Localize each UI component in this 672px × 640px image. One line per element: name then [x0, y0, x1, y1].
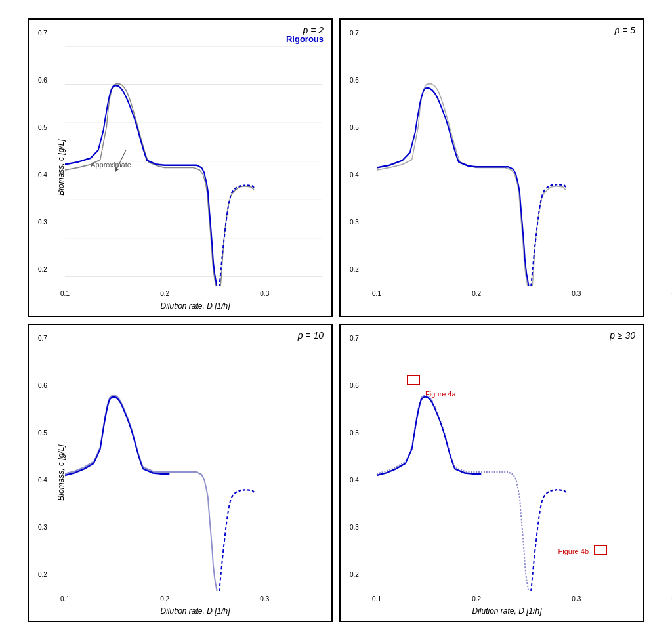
plot-area-p2: Approximate	[65, 46, 322, 286]
ytick-06: 0.6	[38, 77, 47, 84]
xtick-03: 0.3	[260, 290, 269, 297]
x-axis-label-p2: Dilution rate, D [1/h]	[161, 301, 230, 310]
ytick-04: 0.4	[38, 171, 47, 179]
y-axis-label-p10: Biomass, c [g/L]	[56, 444, 66, 500]
ytick-05: 0.5	[38, 124, 47, 131]
y-axis-label-p2: Biomass, c [g/L]	[56, 139, 66, 195]
plot-area-p30	[377, 351, 633, 591]
panel-p10: Biomass, c [g/L] 0.7 0.6 0.5 0.4 0.3 0.2…	[28, 324, 333, 622]
figure-container: Biomass, c [g/L] 0.7 0.6 0.5 0.4 0.3 0.2…	[21, 12, 651, 629]
ytick-07: 0.7	[38, 30, 47, 37]
rigorous-label: Rigorous	[286, 34, 324, 44]
approximate-label: Approximate	[91, 161, 131, 169]
panel-p5: 0.7 0.6 0.5 0.4 0.3 0.2 0.1 0.2 0.3 0.4 …	[339, 18, 644, 317]
xtick-01: 0.1	[60, 290, 70, 297]
panel-title-p30: p ≥ 30	[610, 330, 635, 341]
panel-title-p10: p = 10	[298, 330, 324, 341]
panel-p30: 0.7 0.6 0.5 0.4 0.3 0.2 0.1 0.2 0.3 0.4 …	[339, 324, 644, 622]
panel-p2: Biomass, c [g/L] 0.7 0.6 0.5 0.4 0.3 0.2…	[28, 18, 333, 317]
x-axis-label-p10: Dilution rate, D [1/h]	[161, 607, 230, 616]
ytick-03: 0.3	[38, 219, 47, 226]
plot-svg-p30	[377, 351, 633, 591]
xtick-02: 0.2	[160, 290, 169, 297]
plot-area-p10	[65, 351, 322, 591]
plot-svg-p10	[65, 351, 322, 591]
panel-title-p5: p = 5	[614, 25, 635, 35]
plot-area-p5	[377, 46, 633, 286]
plot-svg-p5	[377, 46, 633, 286]
x-axis-label-p30: Dilution rate, D [1/h]	[472, 607, 542, 616]
ytick-02: 0.2	[38, 266, 47, 273]
